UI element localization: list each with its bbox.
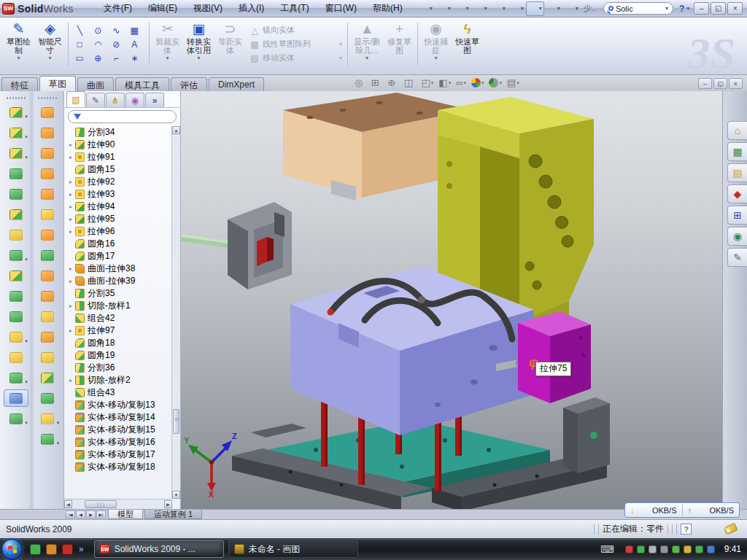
close-button[interactable]: × — [727, 2, 743, 15]
toolbar-button[interactable]: ▾ — [489, 1, 508, 16]
menu-item[interactable]: 编辑(E) — [140, 0, 185, 17]
tree-item[interactable]: 拉伸90 — [67, 139, 171, 151]
chevron-down-icon[interactable]: ▾ — [448, 5, 451, 12]
feature-tool-button[interactable]: ▾ — [4, 349, 28, 366]
tray-icon[interactable] — [707, 545, 715, 553]
chevron-down-icon[interactable]: ▾ — [365, 55, 368, 61]
tree-item[interactable]: 圆角18 — [67, 337, 171, 349]
chevron-down-icon[interactable]: ▾ — [430, 5, 433, 12]
toolbar-button[interactable]: ▾ — [453, 1, 471, 16]
chevron-down-icon[interactable]: ▾ — [463, 80, 466, 86]
expand-arrow[interactable] — [67, 377, 74, 384]
task-pane-tab[interactable]: ▤ — [727, 163, 747, 182]
chevron-down-icon[interactable]: ▾ — [539, 5, 542, 12]
toolbar-button[interactable]: ▾ — [508, 1, 526, 16]
ribbon-tab[interactable]: 草图 — [39, 76, 76, 91]
tree-item[interactable]: 组合43 — [67, 386, 171, 399]
toolbar-button[interactable]: ▾ — [526, 1, 544, 16]
sketch-entity-button[interactable]: ∿ ▾ — [109, 23, 127, 37]
tree-horizontal-scrollbar[interactable]: ◀ | | | ▶ — [64, 499, 171, 509]
expand-arrow[interactable] — [67, 191, 74, 198]
chevron-down-icon[interactable]: ▾ — [516, 80, 519, 86]
view-tool-button[interactable]: ⊞ ▾ — [371, 77, 382, 88]
tree-item[interactable]: 拉伸92 — [67, 176, 171, 188]
view-tool-button[interactable]: ◫ ▾ — [404, 77, 417, 88]
command-button[interactable]: ⊃ 等距实 体 ▾ — [214, 20, 246, 69]
tree-item[interactable]: 切除-放样1 — [67, 300, 171, 312]
task-pane-tab[interactable]: ⊞ — [727, 206, 747, 225]
toolbar-button[interactable]: ▾ — [562, 1, 581, 16]
chevron-down-icon[interactable]: ▾ — [25, 420, 28, 426]
tray-icon[interactable] — [695, 545, 703, 553]
scroll-right-arrow[interactable]: ▶ — [164, 500, 172, 508]
tree-item[interactable]: 拉伸97 — [67, 324, 171, 337]
feature-tool-button[interactable]: ▾ — [4, 104, 28, 121]
expand-arrow[interactable] — [67, 154, 74, 160]
graphics-viewport[interactable]: φ 拉伸75 Y Z X — [181, 91, 722, 509]
view-tool-button[interactable]: ◧ ▾ — [438, 77, 451, 88]
feature-tool-button[interactable]: ▾ — [35, 165, 60, 182]
feature-tool-button[interactable]: ▾ — [4, 287, 28, 305]
tree-item[interactable]: 曲面-拉伸38 — [67, 262, 171, 275]
chevron-down-icon[interactable]: ▾ — [25, 257, 28, 262]
feature-tool-button[interactable]: ▾ — [35, 410, 60, 427]
menu-item[interactable]: 工具(T) — [272, 0, 317, 17]
chevron-down-icon[interactable]: ▾ — [503, 5, 506, 12]
panel-tab[interactable]: ✎ — [86, 93, 105, 107]
menu-item[interactable]: 窗口(W) — [317, 0, 365, 17]
chevron-down-icon[interactable]: ▾ — [339, 41, 342, 47]
search-dropdown-icon[interactable]: ▾ — [665, 5, 668, 12]
command-button[interactable]: ▧ 移动实体 ▾ — [249, 51, 342, 65]
menu-item[interactable]: 视图(V) — [185, 0, 231, 17]
quick-launch-overflow[interactable]: » — [79, 544, 84, 554]
task-pane-tab[interactable]: ◉ — [727, 227, 747, 246]
help-dropdown-icon[interactable]: ▾ — [686, 5, 689, 12]
quick-launch-icon[interactable] — [46, 544, 57, 555]
chevron-down-icon[interactable]: ▾ — [481, 80, 484, 86]
expand-arrow[interactable] — [67, 228, 74, 235]
tree-item[interactable]: 分割36 — [67, 362, 171, 374]
feature-tool-button[interactable]: ▾ — [35, 124, 60, 141]
tree-item[interactable]: 圆角17 — [67, 250, 171, 262]
expand-arrow[interactable] — [67, 141, 74, 148]
ribbon-tab[interactable]: 评估 — [171, 77, 207, 91]
feature-tool-button[interactable]: ▾ — [4, 185, 28, 203]
feature-tool-button[interactable]: ▾ — [35, 389, 60, 407]
restore-button[interactable]: ◱ — [711, 2, 726, 15]
command-button[interactable]: ▣ 转换实 体引用 ▾ — [183, 20, 214, 69]
chevron-down-icon[interactable]: ▾ — [435, 55, 438, 61]
taskbar-window-button[interactable]: 未命名 - 画图 — [228, 540, 358, 558]
tab-scroll-button[interactable]: |◀ — [66, 510, 75, 518]
chevron-down-icon[interactable]: ▾ — [25, 134, 28, 140]
scrollbar-thumb[interactable]: | | | — [85, 500, 117, 508]
tree-item[interactable]: 拉伸93 — [67, 188, 171, 201]
tree-item[interactable]: 分割35 — [67, 287, 171, 300]
view-tool-button[interactable]: ▤ ▾ — [507, 77, 519, 88]
tree-item[interactable]: 曲面-拉伸39 — [67, 275, 171, 287]
sketch-entity-button[interactable]: ╲ ▾ — [72, 23, 90, 37]
tree-item[interactable]: 实体-移动/复制14 — [67, 411, 171, 424]
tree-item[interactable]: 实体-移动/复制16 — [67, 436, 171, 448]
tray-icon[interactable] — [660, 545, 668, 553]
feature-tool-button[interactable]: ▾ — [4, 308, 28, 325]
feature-tool-button[interactable]: ▾ — [4, 369, 28, 386]
toolbar-button[interactable]: ▾ — [417, 1, 435, 16]
tree-item[interactable]: 拉伸95 — [67, 213, 171, 225]
chevron-down-icon[interactable]: ▾ — [48, 55, 51, 61]
task-pane-tab[interactable]: ✎ — [727, 248, 747, 267]
doc-minimize-button[interactable]: – — [698, 78, 712, 89]
feature-tool-button[interactable]: ▾ — [4, 246, 28, 264]
chevron-down-icon[interactable]: ▾ — [25, 155, 28, 160]
tree-item[interactable]: 实体-移动/复制13 — [67, 399, 171, 411]
tray-icon[interactable] — [672, 545, 680, 553]
document-tab[interactable]: 模型 — [108, 510, 143, 519]
menu-item[interactable]: 文件(F) — [96, 0, 140, 17]
scroll-down-arrow[interactable]: ▼ — [172, 491, 180, 499]
keyboard-layout-icon[interactable]: ⌨ — [600, 544, 614, 555]
chevron-down-icon[interactable]: ▾ — [25, 379, 28, 385]
tree-item[interactable]: 圆角15 — [67, 163, 171, 176]
chevron-down-icon[interactable]: ▾ — [339, 55, 342, 61]
toolbar-button[interactable]: ▾ — [471, 1, 489, 16]
tray-icon[interactable] — [684, 545, 692, 553]
doc-restore-button[interactable]: ◱ — [713, 78, 727, 89]
